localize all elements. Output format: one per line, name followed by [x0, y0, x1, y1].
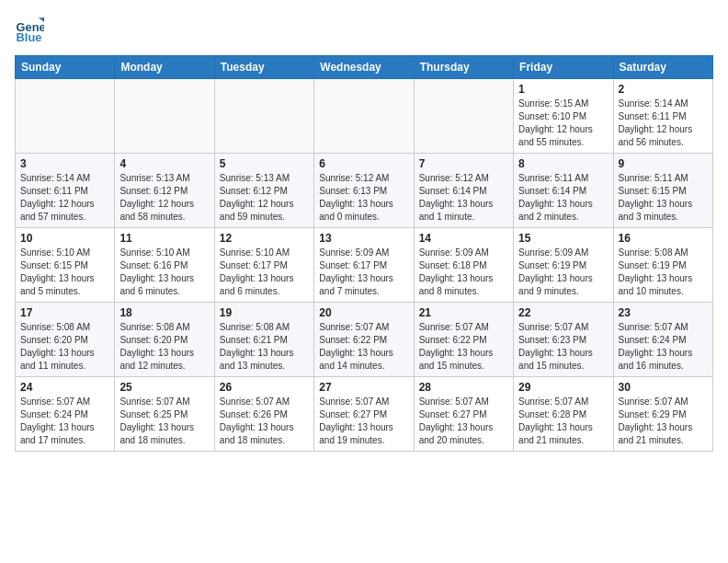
- day-cell: 3Sunrise: 5:14 AM Sunset: 6:11 PM Daylig…: [16, 154, 115, 228]
- svg-text:Blue: Blue: [17, 30, 42, 44]
- weekday-header-friday: Friday: [514, 56, 613, 79]
- day-info: Sunrise: 5:09 AM Sunset: 6:19 PM Dayligh…: [518, 247, 608, 298]
- day-info: Sunrise: 5:13 AM Sunset: 6:12 PM Dayligh…: [119, 172, 209, 224]
- day-number: 24: [20, 381, 109, 394]
- day-info: Sunrise: 5:07 AM Sunset: 6:28 PM Dayligh…: [518, 396, 608, 447]
- weekday-header-tuesday: Tuesday: [214, 56, 313, 79]
- day-cell: 15Sunrise: 5:09 AM Sunset: 6:19 PM Dayli…: [514, 228, 613, 303]
- day-number: 4: [119, 157, 209, 170]
- header: General Blue: [15, 15, 713, 44]
- day-cell: 12Sunrise: 5:10 AM Sunset: 6:17 PM Dayli…: [214, 228, 313, 303]
- day-number: 18: [119, 306, 209, 319]
- day-info: Sunrise: 5:07 AM Sunset: 6:27 PM Dayligh…: [319, 396, 408, 447]
- day-info: Sunrise: 5:15 AM Sunset: 6:10 PM Dayligh…: [518, 98, 608, 149]
- logo-icon: General Blue: [15, 15, 44, 44]
- day-cell: 1Sunrise: 5:15 AM Sunset: 6:10 PM Daylig…: [514, 79, 613, 154]
- day-number: 19: [220, 306, 309, 319]
- day-cell: 28Sunrise: 5:07 AM Sunset: 6:27 PM Dayli…: [414, 377, 513, 452]
- day-number: 23: [619, 306, 708, 319]
- day-cell: 20Sunrise: 5:07 AM Sunset: 6:22 PM Dayli…: [314, 303, 414, 377]
- day-number: 27: [319, 381, 408, 394]
- weekday-header-sunday: Sunday: [16, 56, 115, 79]
- day-number: 9: [619, 157, 708, 170]
- day-cell: 29Sunrise: 5:07 AM Sunset: 6:28 PM Dayli…: [514, 377, 613, 452]
- day-number: 17: [20, 306, 109, 319]
- day-number: 21: [419, 306, 508, 319]
- day-number: 3: [20, 157, 109, 170]
- day-cell: 25Sunrise: 5:07 AM Sunset: 6:25 PM Dayli…: [115, 377, 214, 452]
- day-number: 8: [518, 157, 608, 170]
- day-cell: 11Sunrise: 5:10 AM Sunset: 6:16 PM Dayli…: [115, 228, 214, 303]
- day-cell: 14Sunrise: 5:09 AM Sunset: 6:18 PM Dayli…: [414, 228, 513, 303]
- week-row-1: 1Sunrise: 5:15 AM Sunset: 6:10 PM Daylig…: [16, 79, 713, 154]
- week-row-4: 17Sunrise: 5:08 AM Sunset: 6:20 PM Dayli…: [16, 303, 713, 377]
- week-row-5: 24Sunrise: 5:07 AM Sunset: 6:24 PM Dayli…: [16, 377, 713, 452]
- day-number: 11: [119, 232, 209, 245]
- day-info: Sunrise: 5:11 AM Sunset: 6:14 PM Dayligh…: [518, 172, 608, 224]
- day-info: Sunrise: 5:07 AM Sunset: 6:22 PM Dayligh…: [419, 321, 508, 373]
- day-number: 10: [20, 232, 109, 245]
- day-number: 6: [319, 157, 408, 170]
- day-info: Sunrise: 5:07 AM Sunset: 6:27 PM Dayligh…: [419, 396, 508, 447]
- day-info: Sunrise: 5:07 AM Sunset: 6:26 PM Dayligh…: [220, 396, 309, 447]
- weekday-header-saturday: Saturday: [613, 56, 712, 79]
- day-number: 12: [220, 232, 309, 245]
- day-info: Sunrise: 5:13 AM Sunset: 6:12 PM Dayligh…: [220, 172, 309, 224]
- day-cell: 9Sunrise: 5:11 AM Sunset: 6:15 PM Daylig…: [613, 154, 712, 228]
- day-number: 2: [619, 83, 708, 96]
- day-cell: 22Sunrise: 5:07 AM Sunset: 6:23 PM Dayli…: [514, 303, 613, 377]
- day-info: Sunrise: 5:07 AM Sunset: 6:24 PM Dayligh…: [20, 396, 109, 447]
- day-cell: 19Sunrise: 5:08 AM Sunset: 6:21 PM Dayli…: [214, 303, 313, 377]
- day-cell: 5Sunrise: 5:13 AM Sunset: 6:12 PM Daylig…: [214, 154, 313, 228]
- day-cell: [214, 79, 313, 154]
- day-info: Sunrise: 5:10 AM Sunset: 6:16 PM Dayligh…: [119, 247, 209, 298]
- day-cell: 2Sunrise: 5:14 AM Sunset: 6:11 PM Daylig…: [613, 79, 712, 154]
- day-info: Sunrise: 5:07 AM Sunset: 6:22 PM Dayligh…: [319, 321, 408, 373]
- day-cell: 13Sunrise: 5:09 AM Sunset: 6:17 PM Dayli…: [314, 228, 414, 303]
- day-number: 25: [119, 381, 209, 394]
- day-info: Sunrise: 5:07 AM Sunset: 6:29 PM Dayligh…: [619, 396, 708, 447]
- day-cell: 21Sunrise: 5:07 AM Sunset: 6:22 PM Dayli…: [414, 303, 513, 377]
- weekday-header-monday: Monday: [115, 56, 214, 79]
- day-cell: 4Sunrise: 5:13 AM Sunset: 6:12 PM Daylig…: [115, 154, 214, 228]
- day-info: Sunrise: 5:08 AM Sunset: 6:21 PM Dayligh…: [220, 321, 309, 373]
- day-info: Sunrise: 5:12 AM Sunset: 6:14 PM Dayligh…: [419, 172, 508, 224]
- day-cell: [16, 79, 115, 154]
- day-number: 14: [419, 232, 508, 245]
- day-number: 5: [220, 157, 309, 170]
- day-info: Sunrise: 5:08 AM Sunset: 6:20 PM Dayligh…: [119, 321, 209, 373]
- day-number: 7: [419, 157, 508, 170]
- day-info: Sunrise: 5:11 AM Sunset: 6:15 PM Dayligh…: [619, 172, 708, 224]
- day-cell: 6Sunrise: 5:12 AM Sunset: 6:13 PM Daylig…: [314, 154, 414, 228]
- day-info: Sunrise: 5:08 AM Sunset: 6:20 PM Dayligh…: [20, 321, 109, 373]
- day-info: Sunrise: 5:14 AM Sunset: 6:11 PM Dayligh…: [20, 172, 109, 224]
- day-cell: 26Sunrise: 5:07 AM Sunset: 6:26 PM Dayli…: [214, 377, 313, 452]
- day-cell: 8Sunrise: 5:11 AM Sunset: 6:14 PM Daylig…: [514, 154, 613, 228]
- day-number: 30: [619, 381, 708, 394]
- day-number: 22: [518, 306, 608, 319]
- calendar-table: SundayMondayTuesdayWednesdayThursdayFrid…: [15, 55, 713, 452]
- day-info: Sunrise: 5:07 AM Sunset: 6:25 PM Dayligh…: [119, 396, 209, 447]
- day-cell: 10Sunrise: 5:10 AM Sunset: 6:15 PM Dayli…: [16, 228, 115, 303]
- weekday-header-wednesday: Wednesday: [314, 56, 414, 79]
- weekday-header-thursday: Thursday: [414, 56, 513, 79]
- day-cell: 24Sunrise: 5:07 AM Sunset: 6:24 PM Dayli…: [16, 377, 115, 452]
- day-info: Sunrise: 5:12 AM Sunset: 6:13 PM Dayligh…: [319, 172, 408, 224]
- logo: General Blue: [15, 15, 48, 44]
- day-info: Sunrise: 5:08 AM Sunset: 6:19 PM Dayligh…: [619, 247, 708, 298]
- week-row-3: 10Sunrise: 5:10 AM Sunset: 6:15 PM Dayli…: [16, 228, 713, 303]
- day-number: 15: [518, 232, 608, 245]
- day-cell: [115, 79, 214, 154]
- day-number: 28: [419, 381, 508, 394]
- day-number: 1: [518, 83, 608, 96]
- day-number: 20: [319, 306, 408, 319]
- day-cell: 16Sunrise: 5:08 AM Sunset: 6:19 PM Dayli…: [613, 228, 712, 303]
- day-cell: 7Sunrise: 5:12 AM Sunset: 6:14 PM Daylig…: [414, 154, 513, 228]
- day-info: Sunrise: 5:10 AM Sunset: 6:17 PM Dayligh…: [220, 247, 309, 298]
- week-row-2: 3Sunrise: 5:14 AM Sunset: 6:11 PM Daylig…: [16, 154, 713, 228]
- day-number: 29: [518, 381, 608, 394]
- day-number: 16: [619, 232, 708, 245]
- day-number: 26: [220, 381, 309, 394]
- day-cell: [314, 79, 414, 154]
- day-info: Sunrise: 5:09 AM Sunset: 6:18 PM Dayligh…: [419, 247, 508, 298]
